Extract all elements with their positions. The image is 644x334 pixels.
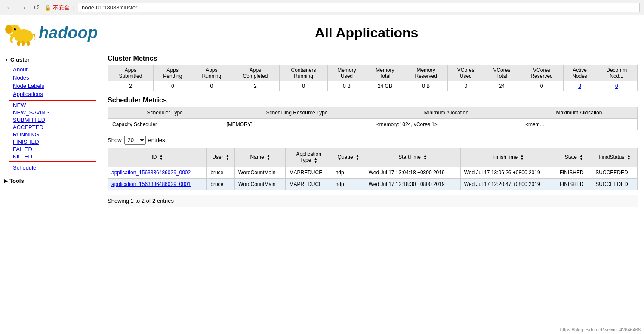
- svg-point-3: [14, 28, 16, 31]
- page-title: All Applications: [98, 25, 635, 41]
- queue-sort-icon: ▲▼: [356, 154, 359, 161]
- val-apps-submitted: 2: [108, 81, 154, 91]
- cluster-metrics-title: Cluster Metrics: [108, 55, 638, 62]
- col-user[interactable]: User ▲▼: [207, 148, 235, 167]
- cluster-metrics-table: AppsSubmitted AppsPending AppsRunning Ap…: [108, 65, 638, 91]
- back-button[interactable]: ←: [4, 3, 15, 12]
- val-apps-pending: 0: [153, 81, 192, 91]
- filter-new[interactable]: NEW: [11, 102, 94, 109]
- decommissioned-nodes-link[interactable]: 0: [615, 83, 618, 89]
- url-bar[interactable]: [78, 3, 640, 12]
- cell-finish-time: Wed Jul 17 13:06:26 +0800 2019: [460, 167, 556, 179]
- browser-bar: ← → ↺ 🔒 不安全 |: [0, 0, 644, 15]
- col-state[interactable]: State ▲▼: [556, 148, 592, 167]
- cell-name: WordCountMain: [235, 167, 286, 179]
- col-finish-time[interactable]: FinishTime ▲▼: [460, 148, 556, 167]
- url-separator: |: [73, 4, 74, 11]
- cell-queue: hdp: [332, 167, 365, 179]
- svg-point-2: [5, 25, 12, 34]
- elephant-icon: [4, 20, 39, 46]
- sidebar: Cluster About Nodes Node Labels Applicat…: [0, 50, 101, 334]
- filter-killed[interactable]: KILLED: [11, 153, 94, 160]
- sidebar-link-nodes[interactable]: Nodes: [4, 74, 101, 82]
- col-queue[interactable]: Queue ▲▼: [332, 148, 365, 167]
- type-sort-icon: ▲▼: [314, 157, 317, 164]
- col-decommissioned-nodes: DecommNod...: [596, 65, 637, 81]
- app-id-link[interactable]: application_1563336486029_0002: [111, 170, 191, 176]
- security-label: 🔒 不安全: [44, 4, 70, 12]
- sidebar-link-about[interactable]: About: [4, 65, 101, 74]
- val-memory-used: 0 B: [328, 81, 366, 91]
- val-decommissioned-nodes: 0: [596, 81, 637, 91]
- cell-start-time: Wed Jul 17 12:18:30 +0800 2019: [365, 179, 460, 190]
- val-minimum-allocation: <memory:1024, vCores:1>: [372, 119, 521, 130]
- col-scheduler-type: Scheduler Type: [108, 107, 222, 119]
- id-sort-icon: ▲▼: [160, 154, 163, 161]
- svg-rect-6: [22, 41, 25, 46]
- val-apps-running: 0: [192, 81, 231, 91]
- entries-select[interactable]: 20 10 50 100: [124, 136, 146, 145]
- col-start-time[interactable]: StartTime ▲▼: [365, 148, 460, 167]
- content-area: Cluster Metrics AppsSubmitted AppsPendin…: [101, 50, 644, 334]
- cell-final-status: SUCCEEDED: [592, 179, 638, 190]
- val-vcores-total: 24: [484, 81, 520, 91]
- val-memory-total: 24 GB: [366, 81, 404, 91]
- cluster-links: About Nodes Node Labels Applications NEW…: [0, 65, 101, 172]
- table-row: application_1563336486029_0002 bruce Wor…: [108, 167, 638, 179]
- main-layout: Cluster About Nodes Node Labels Applicat…: [0, 50, 644, 334]
- tools-section-title[interactable]: Tools: [0, 176, 101, 186]
- app-id-link[interactable]: application_1563336486029_0001: [111, 181, 191, 187]
- table-row: application_1563336486029_0001 bruce Wor…: [108, 179, 638, 190]
- col-apps-pending: AppsPending: [153, 65, 192, 81]
- show-label: Show: [108, 137, 122, 143]
- col-apps-running: AppsRunning: [192, 65, 231, 81]
- cluster-section-title[interactable]: Cluster: [0, 55, 101, 65]
- col-maximum-allocation: Maximum Allocation: [521, 107, 637, 119]
- name-sort-icon: ▲▼: [267, 154, 270, 161]
- filter-new-saving[interactable]: NEW_SAVING: [11, 109, 94, 116]
- col-name[interactable]: Name ▲▼: [235, 148, 286, 167]
- val-scheduling-resource-type: [MEMORY]: [222, 119, 372, 130]
- state-sort-icon: ▲▼: [579, 154, 583, 161]
- sidebar-link-scheduler[interactable]: Scheduler: [4, 164, 101, 172]
- col-vcores-reserved: VCoresReserved: [520, 65, 564, 81]
- start-sort-icon: ▲▼: [423, 154, 427, 161]
- col-vcores-total: VCoresTotal: [484, 65, 520, 81]
- filter-finished[interactable]: FINISHED: [11, 138, 94, 145]
- col-apps-completed: AppsCompleted: [231, 65, 279, 81]
- cell-id: application_1563336486029_0001: [108, 179, 207, 190]
- svg-rect-7: [27, 41, 30, 46]
- cell-user: bruce: [207, 167, 235, 179]
- filter-submitted[interactable]: SUBMITTED: [11, 116, 94, 124]
- cell-state: FINISHED: [556, 179, 592, 190]
- col-containers-running: ContainersRunning: [279, 65, 327, 81]
- sidebar-link-node-labels[interactable]: Node Labels: [4, 82, 101, 90]
- col-id[interactable]: ID ▲▼: [108, 148, 207, 167]
- col-final-status[interactable]: FinalStatus ▲▼: [592, 148, 638, 167]
- active-nodes-link[interactable]: 3: [578, 83, 581, 89]
- col-minimum-allocation: Minimum Allocation: [372, 107, 521, 119]
- filter-running[interactable]: RUNNING: [11, 131, 94, 138]
- sidebar-link-applications[interactable]: Applications: [4, 90, 101, 98]
- cell-id: application_1563336486029_0002: [108, 167, 207, 179]
- cell-name: WordCountMain: [235, 179, 286, 190]
- val-vcores-reserved: 0: [520, 81, 564, 91]
- reload-button[interactable]: ↺: [32, 3, 41, 12]
- cluster-section: Cluster About Nodes Node Labels Applicat…: [0, 55, 101, 172]
- forward-button[interactable]: →: [18, 3, 28, 12]
- col-active-nodes: ActiveNodes: [564, 65, 596, 81]
- showing-text: Showing 1 to 2 of 2 entries: [108, 198, 174, 204]
- val-maximum-allocation: <mem...: [521, 119, 637, 130]
- filter-accepted[interactable]: ACCEPTED: [11, 124, 94, 131]
- page-title-area: All Applications: [98, 25, 635, 41]
- val-apps-completed: 2: [231, 81, 279, 91]
- val-active-nodes: 3: [564, 81, 596, 91]
- applications-filter-box: NEW NEW_SAVING SUBMITTED ACCEPTED RUNNIN…: [9, 100, 96, 162]
- cell-type: MAPREDUCE: [286, 167, 332, 179]
- page-header: hadoop All Applications: [0, 15, 644, 50]
- filter-failed[interactable]: FAILED: [11, 145, 94, 153]
- cell-state: FINISHED: [556, 167, 592, 179]
- col-application-type[interactable]: ApplicationType ▲▼: [286, 148, 332, 167]
- cell-start-time: Wed Jul 17 13:04:18 +0800 2019: [365, 167, 460, 179]
- col-scheduling-resource-type: Scheduling Resource Type: [222, 107, 372, 119]
